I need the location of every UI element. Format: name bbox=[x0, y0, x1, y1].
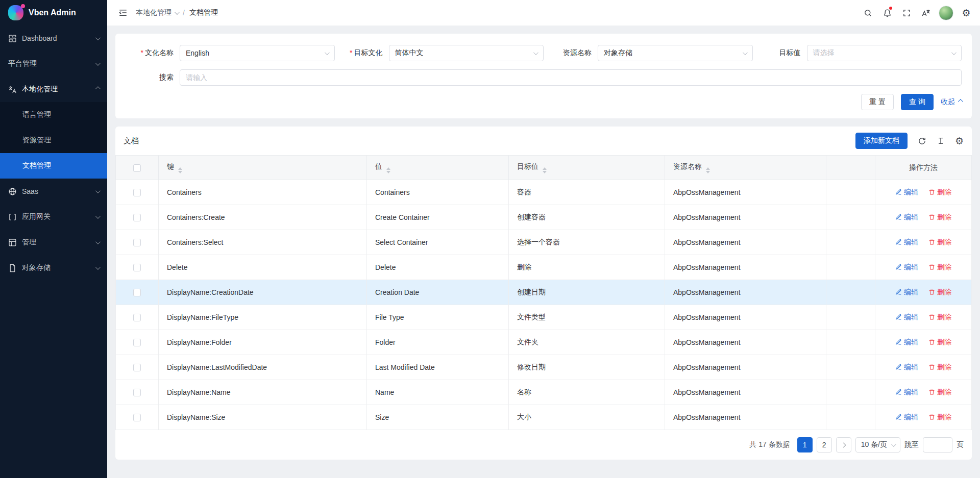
next-page-button[interactable] bbox=[836, 437, 851, 452]
table-row[interactable]: DisplayName:CreationDate Creation Date 创… bbox=[116, 280, 972, 305]
row-checkbox[interactable] bbox=[133, 289, 141, 296]
column-header-resource[interactable]: 资源名称 bbox=[665, 156, 826, 180]
query-button[interactable]: 查 询 bbox=[901, 94, 934, 110]
target-culture-select[interactable]: 简体中文 bbox=[389, 45, 544, 61]
edit-link[interactable]: 编辑 bbox=[895, 363, 918, 372]
settings-gear-icon[interactable]: ⚙ bbox=[957, 0, 976, 26]
table-row[interactable]: DisplayName:FileType File Type 文件类型 AbpO… bbox=[116, 305, 972, 330]
refresh-icon[interactable] bbox=[918, 137, 926, 145]
page-size-select[interactable]: 10 条/页 bbox=[855, 437, 900, 452]
table-row[interactable]: Delete Delete 删除 AbpOssManagement 编辑 删除 bbox=[116, 255, 972, 280]
sort-icon[interactable] bbox=[386, 167, 390, 173]
sidebar-item-document-management[interactable]: 文档管理 bbox=[0, 153, 107, 179]
delete-link-label: 删除 bbox=[937, 238, 951, 247]
delete-link[interactable]: 删除 bbox=[928, 313, 951, 322]
table-header-row: 键 值 目标值 资源名称 操作方法 bbox=[116, 156, 972, 180]
delete-link[interactable]: 删除 bbox=[928, 388, 951, 397]
resource-name-select[interactable]: 对象存储 bbox=[598, 45, 753, 61]
table-row[interactable]: DisplayName:Name Name 名称 AbpOssManagemen… bbox=[116, 380, 972, 405]
breadcrumb: 本地化管理 / 文档管理 bbox=[136, 8, 218, 17]
pencil-icon bbox=[895, 214, 902, 220]
table-row[interactable]: DisplayName:LastModifiedDate Last Modifi… bbox=[116, 355, 972, 380]
delete-link[interactable]: 删除 bbox=[928, 288, 951, 297]
sidebar-item-object-storage[interactable]: 对象存储 bbox=[0, 255, 107, 281]
table-row[interactable]: DisplayName:Size Size 大小 AbpOssManagemen… bbox=[116, 405, 972, 430]
sidebar-item-dashboard[interactable]: Dashboard bbox=[0, 26, 107, 51]
pencil-icon bbox=[895, 389, 902, 395]
delete-link[interactable]: 删除 bbox=[928, 413, 951, 422]
add-document-button[interactable]: 添加新文档 bbox=[855, 133, 908, 149]
row-checkbox[interactable] bbox=[133, 389, 141, 396]
table-row[interactable]: DisplayName:Folder Folder 文件夹 AbpOssMana… bbox=[116, 330, 972, 355]
edit-link[interactable]: 编辑 bbox=[895, 263, 918, 272]
documents-panel: 文档 添加新文档 ⚙ bbox=[115, 127, 972, 460]
column-header-key[interactable]: 键 bbox=[159, 156, 367, 180]
breadcrumb-parent[interactable]: 本地化管理 bbox=[136, 8, 178, 17]
select-all-checkbox[interactable] bbox=[133, 164, 141, 172]
row-height-icon[interactable] bbox=[937, 137, 945, 145]
search-icon[interactable] bbox=[858, 0, 877, 26]
fullscreen-icon[interactable] bbox=[897, 0, 916, 26]
sidebar-fold-icon[interactable] bbox=[114, 0, 132, 26]
sidebar-item-platform[interactable]: 平台管理 bbox=[0, 51, 107, 77]
collapse-toggle[interactable]: 收起 bbox=[941, 97, 962, 107]
sidebar-item-management[interactable]: 管理 bbox=[0, 230, 107, 255]
row-checkbox[interactable] bbox=[133, 264, 141, 271]
table-row[interactable]: Containers Containers 容器 AbpOssManagemen… bbox=[116, 180, 972, 205]
page-button-2[interactable]: 2 bbox=[817, 437, 832, 452]
culture-name-select[interactable]: English bbox=[180, 45, 335, 61]
edit-link[interactable]: 编辑 bbox=[895, 288, 918, 297]
page-button-1[interactable]: 1 bbox=[797, 437, 813, 452]
sidebar-item-saas[interactable]: Saas bbox=[0, 179, 107, 204]
delete-link[interactable]: 删除 bbox=[928, 188, 951, 197]
sidebar-item-resource-management[interactable]: 资源管理 bbox=[0, 128, 107, 153]
edit-link[interactable]: 编辑 bbox=[895, 338, 918, 347]
row-checkbox[interactable] bbox=[133, 414, 141, 421]
edit-link[interactable]: 编辑 bbox=[895, 313, 918, 322]
table-row[interactable]: Containers:Create Create Container 创建容器 … bbox=[116, 205, 972, 230]
page-jump-input[interactable] bbox=[923, 437, 952, 452]
edit-link[interactable]: 编辑 bbox=[895, 388, 918, 397]
delete-link[interactable]: 删除 bbox=[928, 263, 951, 272]
trash-icon bbox=[928, 289, 935, 295]
notification-bell-icon[interactable] bbox=[877, 0, 897, 26]
row-checkbox[interactable] bbox=[133, 364, 141, 371]
delete-link[interactable]: 删除 bbox=[928, 338, 951, 347]
filter-group-resource-name: 资源名称 对象存储 bbox=[544, 45, 753, 61]
column-header-target[interactable]: 目标值 bbox=[509, 156, 665, 180]
edit-link[interactable]: 编辑 bbox=[895, 413, 918, 422]
app-logo[interactable]: Vben Admin bbox=[0, 0, 107, 26]
cell-resource-name: AbpOssManagement bbox=[665, 280, 826, 305]
translate-icon[interactable] bbox=[916, 0, 936, 26]
search-input[interactable] bbox=[180, 69, 962, 86]
edit-link[interactable]: 编辑 bbox=[895, 213, 918, 222]
column-settings-gear-icon[interactable]: ⚙ bbox=[955, 136, 964, 146]
reset-button[interactable]: 重 置 bbox=[861, 94, 894, 110]
row-checkbox[interactable] bbox=[133, 189, 141, 196]
user-avatar[interactable] bbox=[939, 6, 953, 20]
cell-spacer bbox=[826, 280, 875, 305]
target-value-select[interactable]: 请选择 bbox=[807, 45, 962, 61]
edit-link[interactable]: 编辑 bbox=[895, 188, 918, 197]
row-checkbox[interactable] bbox=[133, 339, 141, 346]
edit-link[interactable]: 编辑 bbox=[895, 238, 918, 247]
column-header-actions: 操作方法 bbox=[875, 156, 972, 180]
sidebar-item-localization[interactable]: 本地化管理 bbox=[0, 77, 107, 102]
sort-icon[interactable] bbox=[178, 167, 182, 173]
sidebar-item-gateway[interactable]: 应用网关 bbox=[0, 204, 107, 230]
column-header-value[interactable]: 值 bbox=[367, 156, 509, 180]
sort-icon[interactable] bbox=[706, 167, 710, 173]
sort-icon[interactable] bbox=[543, 167, 547, 173]
cell-spacer bbox=[826, 305, 875, 330]
row-checkbox[interactable] bbox=[133, 314, 141, 321]
delete-link[interactable]: 删除 bbox=[928, 213, 951, 222]
required-asterisk: * bbox=[141, 48, 143, 57]
sidebar-item-language-management[interactable]: 语言管理 bbox=[0, 102, 107, 128]
top-header: 本地化管理 / 文档管理 ⚙ bbox=[107, 0, 980, 26]
delete-link[interactable]: 删除 bbox=[928, 363, 951, 372]
table-row[interactable]: Containers:Select Select Container 选择一个容… bbox=[116, 230, 972, 255]
pencil-icon bbox=[895, 339, 902, 345]
row-checkbox[interactable] bbox=[133, 214, 141, 221]
row-checkbox[interactable] bbox=[133, 239, 141, 246]
delete-link[interactable]: 删除 bbox=[928, 238, 951, 247]
